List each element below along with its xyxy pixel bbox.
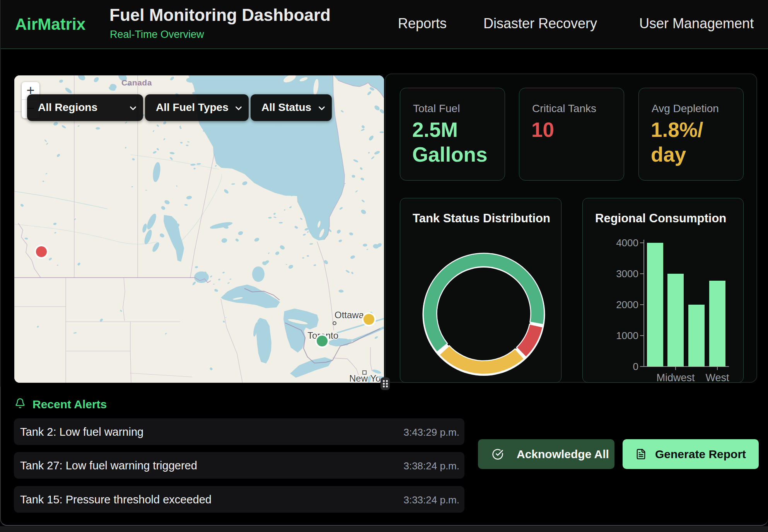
svg-text:3000: 3000	[616, 268, 638, 280]
svg-text:Ottawa: Ottawa	[335, 310, 364, 320]
svg-text:4000: 4000	[616, 237, 638, 249]
svg-text:2000: 2000	[616, 299, 638, 310]
svg-text:Canada: Canada	[121, 78, 152, 87]
svg-text:West: West	[705, 372, 729, 383]
svg-text:Midwest: Midwest	[656, 372, 695, 383]
svg-text:1000: 1000	[616, 330, 638, 341]
svg-text:0: 0	[633, 361, 638, 372]
